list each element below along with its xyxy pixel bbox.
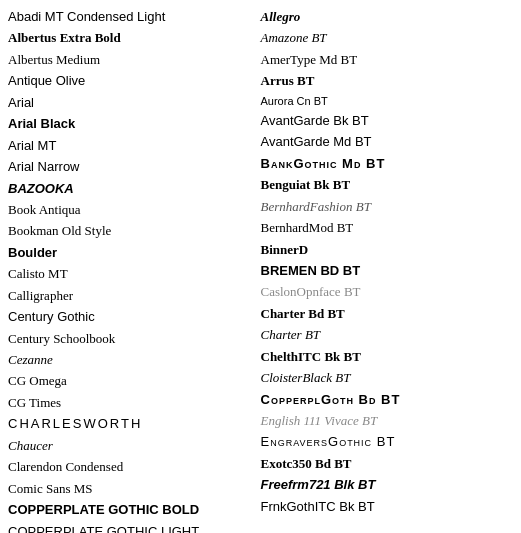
- font-item[interactable]: CG Times: [8, 392, 253, 413]
- font-item[interactable]: Charter Bd BT: [261, 303, 506, 324]
- font-item[interactable]: Century Gothic: [8, 306, 253, 327]
- font-item[interactable]: Albertus Extra Bold: [8, 27, 253, 48]
- font-item[interactable]: Abadi MT Condensed Light: [8, 6, 253, 27]
- font-item[interactable]: Benguiat Bk BT: [261, 174, 506, 195]
- right-column: AllegroAmazone BTAmerType Md BTArrus BTA…: [261, 6, 514, 533]
- font-item[interactable]: EngraversGothic BT: [261, 431, 506, 452]
- left-column: Abadi MT Condensed LightAlbertus Extra B…: [8, 6, 261, 533]
- font-item[interactable]: AvantGarde Bk BT: [261, 110, 506, 131]
- font-item[interactable]: Exotc350 Bd BT: [261, 453, 506, 474]
- font-item[interactable]: AmerType Md BT: [261, 49, 506, 70]
- font-item[interactable]: Amazone BT: [261, 27, 506, 48]
- font-item[interactable]: Arial MT: [8, 135, 253, 156]
- font-item[interactable]: ChelthITC Bk BT: [261, 346, 506, 367]
- font-item[interactable]: Arial: [8, 92, 253, 113]
- font-item[interactable]: FrnkGothITC Bk BT: [261, 496, 506, 517]
- font-item[interactable]: CHARLESWORTH: [8, 413, 253, 434]
- font-item[interactable]: BernhardFashion BT: [261, 196, 506, 217]
- font-item[interactable]: Century Schoolbook: [8, 328, 253, 349]
- font-item[interactable]: BernhardMod BT: [261, 217, 506, 238]
- font-item[interactable]: Book Antiqua: [8, 199, 253, 220]
- font-item[interactable]: Bookman Old Style: [8, 220, 253, 241]
- font-item[interactable]: CloisterBlack BT: [261, 367, 506, 388]
- font-item[interactable]: Arrus BT: [261, 70, 506, 91]
- font-item[interactable]: Freefrm721 Blk BT: [261, 474, 506, 495]
- font-item[interactable]: BREMEN BD BT: [261, 260, 506, 281]
- font-item[interactable]: COPPERPLATE GOTHIC BOLD: [8, 499, 253, 520]
- font-item[interactable]: Allegro: [261, 6, 506, 27]
- font-item[interactable]: Aurora Cn BT: [261, 92, 506, 110]
- font-item[interactable]: Charter BT: [261, 324, 506, 345]
- font-item[interactable]: English 111 Vivace BT: [261, 410, 506, 431]
- font-item[interactable]: Calligrapher: [8, 285, 253, 306]
- font-item[interactable]: AvantGarde Md BT: [261, 131, 506, 152]
- font-item[interactable]: Calisto MT: [8, 263, 253, 284]
- font-item[interactable]: COPPERPLATE GOTHIC LIGHT: [8, 521, 253, 534]
- font-item[interactable]: Albertus Medium: [8, 49, 253, 70]
- font-item[interactable]: CaslonOpnface BT: [261, 281, 506, 302]
- font-item[interactable]: Arial Black: [8, 113, 253, 134]
- font-item[interactable]: BAZOOKA: [8, 178, 253, 199]
- font-item[interactable]: Antique Olive: [8, 70, 253, 91]
- font-item[interactable]: Cezanne: [8, 349, 253, 370]
- font-item[interactable]: CG Omega: [8, 370, 253, 391]
- font-item[interactable]: Comic Sans MS: [8, 478, 253, 499]
- font-item[interactable]: BankGothic Md BT: [261, 153, 506, 174]
- font-item[interactable]: BinnerD: [261, 239, 506, 260]
- font-item[interactable]: CopperplGoth Bd BT: [261, 389, 506, 410]
- font-item[interactable]: Clarendon Condensed: [8, 456, 253, 477]
- font-item[interactable]: Arial Narrow: [8, 156, 253, 177]
- font-item[interactable]: Boulder: [8, 242, 253, 263]
- font-list: Abadi MT Condensed LightAlbertus Extra B…: [8, 6, 513, 533]
- font-item[interactable]: Chaucer: [8, 435, 253, 456]
